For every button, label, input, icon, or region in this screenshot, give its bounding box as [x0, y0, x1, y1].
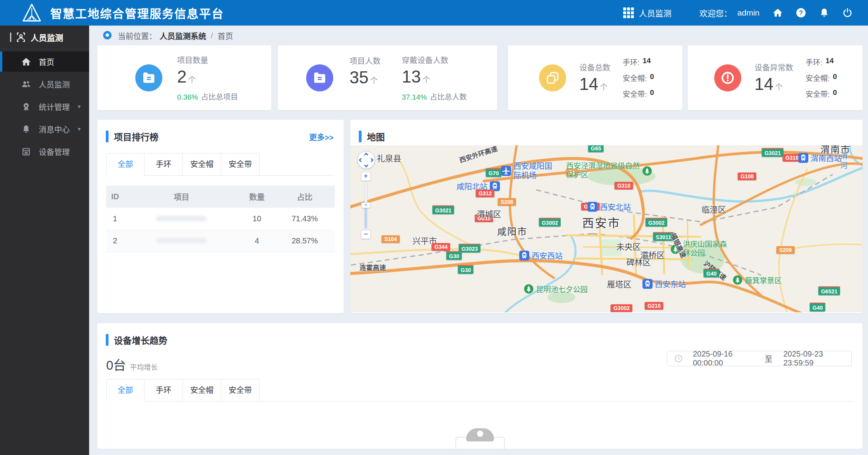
- trend-tab-3[interactable]: 安全帽: [183, 379, 221, 402]
- panel-title: 设备增长趋势: [97, 323, 863, 346]
- redacted-project-name: [156, 216, 207, 221]
- person-monitor-icon: [16, 32, 26, 42]
- train-station-icon: [798, 153, 808, 163]
- map-label-b-grn: G65: [588, 145, 604, 152]
- stat-card-people: 项目人数 35个 穿戴设备人数 13个 37.14%占比总人数: [278, 45, 497, 110]
- train-station-icon: [519, 250, 529, 260]
- ranking-table: ID项目数量占比 11071.43%2428.57%: [106, 186, 335, 252]
- ranking-panel: 项目排行榜 更多>> 全部手环安全帽安全带 ID项目数量占比 11071.43%…: [97, 120, 344, 313]
- breadcrumb: 当前位置： 人员监测系统 / 首页: [102, 29, 233, 42]
- copy-icon: [539, 64, 566, 91]
- map-label-airport: 西安咸阳国际机场: [501, 162, 556, 180]
- sidebar-item-device[interactable]: 设备管理: [0, 141, 89, 162]
- map-label-district: 未央区: [617, 240, 641, 252]
- more-link[interactable]: 更多>>: [309, 131, 334, 143]
- table-row: 2428.57%: [106, 230, 335, 252]
- home-icon[interactable]: [773, 8, 783, 18]
- map-label-b-grn: G3021: [432, 205, 454, 214]
- sidebar-item-stats[interactable]: 统计管理▾: [0, 97, 89, 117]
- map-label-b-grn: G6521: [818, 286, 840, 295]
- map-label-station: 西安东站: [642, 278, 686, 290]
- park-icon: [642, 166, 652, 176]
- map-label-b-red: G210: [645, 302, 663, 310]
- detail-row: 安全帽:0: [623, 72, 654, 83]
- date-start: 2025-09-16 00:00:00: [693, 350, 754, 367]
- ranking-tab-3[interactable]: 安全帽: [183, 153, 221, 176]
- folder-icon: [135, 64, 162, 91]
- park-icon: [732, 275, 742, 285]
- sidebar-item-users[interactable]: 人员监测: [0, 74, 89, 94]
- map-label-hwy: 连霍高速: [360, 262, 386, 272]
- main-content: 当前位置： 人员监测系统 / 首页 项目数量 2个 0.36%占比总项目 项目人…: [89, 26, 868, 455]
- sidebar-item-home[interactable]: 首页: [0, 52, 89, 72]
- users-icon: [21, 79, 31, 89]
- device-breakdown: 手环:14安全帽:0安全带:0: [623, 57, 654, 99]
- map-label-b-org: S209: [777, 246, 795, 254]
- map-label-b-grn: G3002: [646, 218, 667, 227]
- trend-tab-1[interactable]: 全部: [106, 379, 145, 402]
- redacted-project-name: [156, 238, 207, 243]
- train-station-icon: [587, 202, 598, 212]
- detail-row: 手环:14: [623, 57, 654, 67]
- trend-tabs: 全部手环安全帽安全带: [106, 379, 853, 402]
- map-label-poi: 昆明池七夕公园: [524, 284, 587, 294]
- map-label-b-grn: G40: [704, 269, 719, 277]
- map-label-b-grn: G3021: [762, 148, 784, 157]
- app-switcher[interactable]: 人员监测: [623, 7, 672, 19]
- date-separator: 至: [765, 353, 773, 364]
- detail-row: 手环:14: [806, 57, 837, 67]
- stat-value: 2个: [177, 67, 238, 86]
- stat-value: 14个: [579, 74, 610, 94]
- detail-row: 安全帽:0: [806, 72, 837, 83]
- trend-tab-2[interactable]: 手环: [145, 379, 183, 402]
- accent-bar: [359, 131, 362, 142]
- stat-note: 0.36%占比总项目: [177, 91, 238, 102]
- breadcrumb-prefix: 当前位置：: [118, 30, 157, 41]
- power-icon[interactable]: [842, 8, 852, 18]
- sidebar-item-label: 设备管理: [39, 146, 70, 157]
- bell-icon[interactable]: [819, 8, 829, 18]
- zoom-out-button[interactable]: −: [361, 230, 371, 239]
- stat-value: 35个: [350, 68, 381, 87]
- message-icon: [21, 124, 31, 134]
- table-row: 11071.43%: [106, 208, 335, 230]
- zoom-in-button[interactable]: +: [361, 172, 371, 181]
- location-pin-icon: [102, 31, 112, 41]
- sidebar-item-message[interactable]: 消息中心▾: [0, 119, 89, 139]
- map-pan-control[interactable]: [357, 151, 375, 169]
- map-label-b-org: S208: [498, 198, 516, 206]
- map-canvas[interactable]: 礼泉县西安外环高速G70咸阳北站西安咸阳国际机场S1G65西安泾渭湿地省级自然保…: [350, 145, 863, 312]
- stat-value: 13个: [402, 67, 467, 86]
- app-switcher-label: 人员监测: [639, 7, 672, 19]
- zoom-slider-handle[interactable]: =: [361, 202, 370, 208]
- sidebar-item-label: 统计管理: [39, 101, 70, 112]
- date-end: 2025-09-23 23:59:59: [784, 350, 845, 367]
- map-label-b-grn: G70: [486, 168, 501, 177]
- help-icon[interactable]: ?: [796, 8, 806, 18]
- detail-row: 安全带:0: [623, 88, 654, 99]
- zoom-slider[interactable]: =: [364, 182, 367, 229]
- breadcrumb-root[interactable]: 人员监测系统: [160, 30, 206, 41]
- map-label-river: 渭河: [838, 152, 849, 171]
- map-label-b-red: G310: [615, 182, 633, 190]
- average-growth-label: 平均增长: [130, 362, 158, 372]
- ranking-tabs: 全部手环安全帽安全带: [106, 153, 334, 176]
- ranking-tab-1[interactable]: 全部: [106, 153, 145, 176]
- column-header: ID: [106, 186, 124, 208]
- stat-title: 穿戴设备人数: [402, 54, 467, 65]
- stat-card-projects: 项目数量 2个 0.36%占比总项目: [97, 45, 271, 110]
- park-icon: [524, 284, 534, 294]
- date-range-picker[interactable]: 2025-09-16 00:00:00 至 2025-09-23 23:59:5…: [667, 351, 852, 366]
- column-header: 数量: [239, 186, 275, 208]
- map-label-b-grn: G3002: [539, 218, 561, 227]
- ranking-tab-2[interactable]: 手环: [145, 153, 183, 176]
- trend-tab-4[interactable]: 安全带: [221, 379, 260, 402]
- map-label-b-red: G312: [476, 190, 494, 197]
- alert-icon: [714, 64, 741, 91]
- welcome-text: 欢迎您：: [699, 7, 732, 19]
- detail-row: 安全带:0: [806, 88, 837, 99]
- page-title: 智慧工地综合管理服务信息平台: [50, 4, 224, 21]
- ranking-tab-4[interactable]: 安全带: [221, 153, 260, 176]
- map-label-b-red: G3002: [611, 304, 632, 312]
- trend-panel: 设备增长趋势 0台 平均增长 2025-09-16 00:00:00 至 202…: [97, 323, 863, 449]
